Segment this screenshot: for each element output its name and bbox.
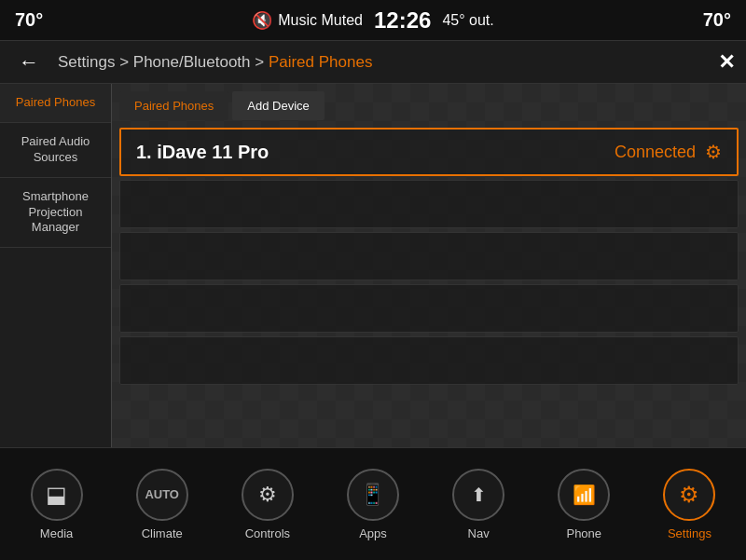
device-status: Connected ⚙ (615, 141, 722, 163)
empty-row-1 (119, 180, 739, 228)
back-button[interactable]: ← (11, 48, 47, 76)
apps-label: Apps (359, 526, 387, 540)
climate-label: Climate (142, 526, 183, 540)
controls-label: Controls (245, 526, 290, 540)
nav-item-controls[interactable]: ⚙ Controls (214, 469, 320, 540)
status-bar: 70° 🔇 Music Muted 12:26 45° out. 70° (0, 0, 746, 41)
bluetooth-icon: ⬓ (46, 482, 67, 508)
phone-label: Phone (566, 526, 601, 540)
settings-gear-icon: ⚙ (679, 482, 699, 508)
nav-label: Nav (468, 526, 490, 540)
nav-arrow-icon: ⬆ (471, 484, 487, 506)
status-time: 12:26 (374, 7, 431, 34)
empty-row-4 (119, 336, 739, 385)
sidebar: Paired Phones Paired Audio Sources Smart… (0, 84, 112, 447)
tab-paired-phones[interactable]: Paired Phones (119, 91, 228, 120)
sidebar-item-paired-phones[interactable]: Paired Phones (0, 84, 111, 123)
media-circle: ⬓ (31, 469, 83, 521)
mute-label: Music Muted (278, 12, 363, 29)
sidebar-item-paired-audio[interactable]: Paired Audio Sources (0, 123, 111, 178)
controls-circle: ⚙ (242, 469, 294, 521)
temp-left: 70° (15, 9, 43, 31)
outside-temp: 45° out. (442, 12, 493, 29)
status-center: 🔇 Music Muted 12:26 45° out. (252, 7, 493, 34)
nav-item-media[interactable]: ⬓ Media (4, 469, 109, 540)
music-muted: 🔇 Music Muted (252, 10, 363, 31)
connected-label: Connected (615, 143, 696, 162)
nav-bar: ← Settings > Phone/Bluetooth > Paired Ph… (0, 41, 746, 84)
tab-add-device[interactable]: Add Device (232, 91, 324, 120)
nav-item-climate[interactable]: AUTO Climate (109, 469, 214, 540)
settings-label: Settings (668, 526, 711, 540)
climate-circle: AUTO (136, 469, 188, 521)
apps-icon: 📱 (360, 483, 385, 507)
breadcrumb-active: Paired Phones (269, 53, 373, 71)
empty-row-3 (119, 284, 739, 333)
phone-signal-icon: 📶 (573, 484, 596, 506)
apps-circle: 📱 (347, 469, 399, 521)
temp-right: 70° (703, 9, 731, 31)
empty-row-2 (119, 232, 739, 280)
nav-item-nav[interactable]: ⬆ Nav (426, 469, 532, 540)
breadcrumb: Settings > Phone/Bluetooth > Paired Phon… (58, 53, 707, 72)
bottom-nav: ⬓ Media AUTO Climate ⚙ Controls 📱 Apps ⬆… (0, 447, 746, 560)
nav-item-settings[interactable]: ⚙ Settings (637, 469, 742, 540)
device-list: Paired Phones Add Device 1. iDave 11 Pro… (112, 84, 746, 447)
nav-circle: ⬆ (452, 469, 504, 521)
sidebar-item-smartphone-projection[interactable]: Smartphone Projection Manager (0, 178, 111, 249)
nav-item-phone[interactable]: 📶 Phone (532, 469, 637, 540)
media-label: Media (40, 526, 73, 540)
close-button[interactable]: ✕ (718, 50, 735, 75)
device-settings-gear-icon[interactable]: ⚙ (705, 141, 722, 163)
tab-row: Paired Phones Add Device (119, 91, 739, 120)
device-name: 1. iDave 11 Pro (136, 142, 269, 163)
phone-circle: 📶 (558, 469, 610, 521)
controls-icon: ⚙ (258, 483, 277, 507)
auto-icon: AUTO (145, 487, 179, 501)
mute-icon: 🔇 (252, 10, 272, 31)
nav-item-apps[interactable]: 📱 Apps (320, 469, 425, 540)
device-row[interactable]: 1. iDave 11 Pro Connected ⚙ (119, 128, 739, 176)
main-content: Paired Phones Paired Audio Sources Smart… (0, 84, 746, 447)
breadcrumb-path: Settings > Phone/Bluetooth > (58, 53, 269, 71)
settings-circle: ⚙ (663, 469, 715, 521)
